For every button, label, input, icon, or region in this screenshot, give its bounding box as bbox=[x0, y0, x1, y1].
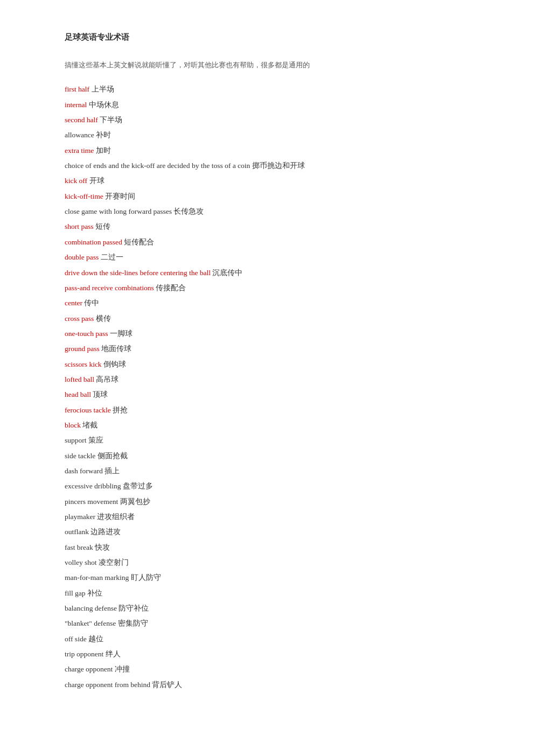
term-english: side tackle bbox=[65, 452, 95, 460]
term-chinese: 越位 bbox=[88, 635, 103, 643]
term-chinese: 盘带过多 bbox=[123, 482, 153, 490]
list-item: pincers movement 两翼包抄 bbox=[65, 494, 470, 509]
term-english: ground pass bbox=[65, 345, 100, 353]
list-item: head ball 顶球 bbox=[65, 387, 470, 402]
list-item: drive down the side-lines before centeri… bbox=[65, 265, 470, 281]
term-chinese: 一脚球 bbox=[110, 330, 133, 338]
term-chinese: 进攻组织者 bbox=[97, 513, 135, 521]
term-english: balancing defense bbox=[65, 604, 117, 612]
term-chinese: 密集防守 bbox=[118, 619, 148, 627]
term-chinese: 两翼包抄 bbox=[120, 498, 150, 506]
term-chinese: 插上 bbox=[105, 467, 120, 475]
term-chinese: 凌空射门 bbox=[99, 558, 129, 566]
term-chinese: 中场休息 bbox=[89, 101, 119, 109]
list-item: cross pass 横传 bbox=[65, 311, 470, 326]
term-english: outflank bbox=[65, 528, 89, 536]
list-item: ferocious tackle 拼抢 bbox=[65, 403, 470, 418]
list-item: fill gap 补位 bbox=[65, 586, 470, 601]
term-english: "blanket" defense bbox=[65, 619, 116, 627]
list-item: kick-off-time 开赛时间 bbox=[65, 189, 470, 204]
term-chinese: 侧面抢截 bbox=[98, 452, 128, 460]
list-item: second half 下半场 bbox=[65, 113, 470, 128]
term-english: fill gap bbox=[65, 589, 86, 597]
term-english: double pass bbox=[65, 253, 99, 261]
term-english: playmaker bbox=[65, 513, 95, 521]
list-item: center 传中 bbox=[65, 296, 470, 311]
term-chinese: 策应 bbox=[88, 436, 103, 444]
term-chinese: 二过一 bbox=[101, 253, 123, 261]
list-item: pass-and receive combinations 传接配合 bbox=[65, 281, 470, 296]
term-english: volley shot bbox=[65, 558, 97, 566]
term-english: dash forward bbox=[65, 467, 103, 475]
term-english: lofted ball bbox=[65, 375, 94, 383]
list-item: trip opponent 绊人 bbox=[65, 647, 470, 662]
term-chinese: 掷币挑边和开球 bbox=[252, 162, 305, 170]
term-chinese: 边路进攻 bbox=[91, 528, 121, 536]
list-item: support 策应 bbox=[65, 433, 470, 448]
list-item: one-touch pass 一脚球 bbox=[65, 326, 470, 341]
term-english: center bbox=[65, 299, 82, 307]
term-chinese: 倒钩球 bbox=[103, 360, 126, 368]
term-english: trip opponent bbox=[65, 650, 103, 658]
term-chinese: 冲撞 bbox=[115, 665, 130, 673]
term-english: scissors kick bbox=[65, 360, 102, 368]
term-chinese: 快攻 bbox=[95, 543, 110, 551]
list-item: double pass 二过一 bbox=[65, 250, 470, 265]
term-english: allowance bbox=[65, 131, 94, 139]
term-english: support bbox=[65, 436, 87, 444]
list-item: allowance 补时 bbox=[65, 128, 470, 143]
list-item: outflank 边路进攻 bbox=[65, 524, 470, 540]
term-chinese: 传中 bbox=[84, 299, 99, 307]
term-english: man-for-man marking bbox=[65, 573, 129, 582]
term-english: fast break bbox=[65, 543, 93, 551]
list-item: dash forward 插上 bbox=[65, 464, 470, 479]
term-english: close game with long forward passes bbox=[65, 207, 172, 215]
term-chinese: 补时 bbox=[96, 131, 111, 139]
term-english: choice of ends and the kick-off are deci… bbox=[65, 162, 250, 170]
term-english: pass-and receive combinations bbox=[65, 284, 154, 292]
term-english: off side bbox=[65, 635, 87, 643]
list-item: combination passed 短传配合 bbox=[65, 235, 470, 250]
list-item: "blanket" defense 密集防守 bbox=[65, 616, 470, 631]
list-item: internal 中场休息 bbox=[65, 97, 470, 113]
page-title: 足球英语专业术语 bbox=[65, 32, 470, 43]
term-english: kick-off-time bbox=[65, 192, 103, 200]
term-chinese: 开赛时间 bbox=[105, 192, 135, 200]
list-item: lofted ball 高吊球 bbox=[65, 372, 470, 387]
term-english: excessive dribbling bbox=[65, 482, 121, 490]
term-english: one-touch pass bbox=[65, 330, 108, 338]
term-chinese: 绊人 bbox=[106, 650, 121, 658]
term-chinese: 横传 bbox=[96, 314, 111, 323]
term-chinese: 下半场 bbox=[100, 116, 122, 124]
term-english: pincers movement bbox=[65, 498, 118, 506]
term-chinese: 拼抢 bbox=[113, 406, 128, 414]
term-chinese: 地面传球 bbox=[101, 345, 131, 353]
term-chinese: 补位 bbox=[87, 589, 102, 597]
term-english: extra time bbox=[65, 146, 94, 155]
term-chinese: 防守补位 bbox=[119, 604, 149, 612]
list-item: ground pass 地面传球 bbox=[65, 341, 470, 356]
term-english: cross pass bbox=[65, 314, 94, 323]
term-english: second half bbox=[65, 116, 98, 124]
list-item: playmaker 进攻组织者 bbox=[65, 509, 470, 524]
term-chinese: 长传急攻 bbox=[173, 207, 204, 215]
term-list: first half 上半场internal 中场休息second half 下… bbox=[65, 82, 470, 692]
intro-text: 搞懂这些基本上英文解说就能听懂了，对听其他比赛也有帮助，很多都是通用的 bbox=[65, 59, 470, 71]
term-chinese: 堵截 bbox=[82, 421, 98, 429]
term-english: combination passed bbox=[65, 238, 122, 246]
list-item: first half 上半场 bbox=[65, 82, 470, 97]
term-chinese: 背后铲人 bbox=[152, 681, 182, 689]
list-item: short pass 短传 bbox=[65, 219, 470, 234]
term-english: first half bbox=[65, 85, 89, 93]
term-english: head ball bbox=[65, 390, 91, 398]
term-chinese: 沉底传中 bbox=[212, 269, 242, 277]
term-chinese: 加时 bbox=[96, 146, 111, 155]
list-item: extra time 加时 bbox=[65, 143, 470, 158]
list-item: volley shot 凌空射门 bbox=[65, 555, 470, 570]
list-item: choice of ends and the kick-off are deci… bbox=[65, 158, 470, 173]
list-item: scissors kick 倒钩球 bbox=[65, 357, 470, 372]
term-english: internal bbox=[65, 101, 87, 109]
term-english: drive down the side-lines before centeri… bbox=[65, 269, 211, 277]
term-chinese: 开球 bbox=[89, 177, 105, 185]
list-item: charge opponent from behind 背后铲人 bbox=[65, 677, 470, 692]
